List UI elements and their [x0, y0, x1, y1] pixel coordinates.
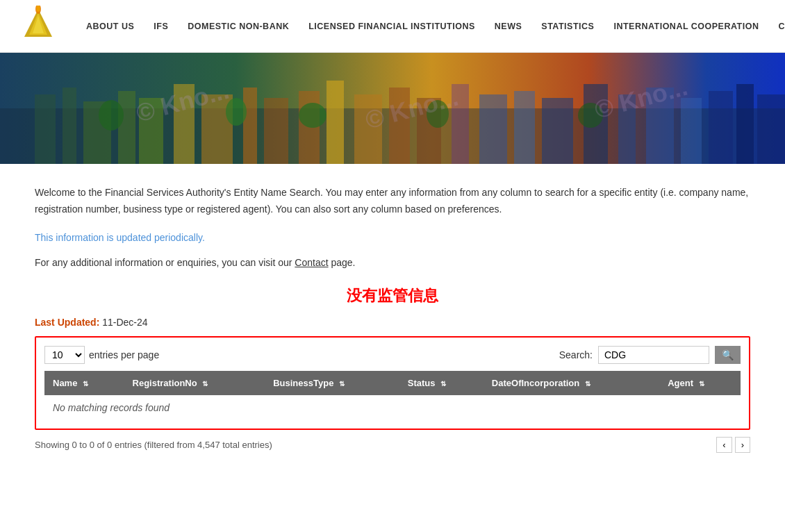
nav-contact-us[interactable]: CONTACT US: [768, 22, 785, 31]
search-label: Search:: [559, 349, 593, 360]
table-controls: 10 25 50 100 entries per page Search: 🔍: [44, 346, 741, 364]
update-notice: This information is updated periodically…: [35, 232, 750, 243]
nav-domestic-non-bank[interactable]: DOMESTIC NON-BANK: [178, 22, 299, 31]
last-updated-value: 11-Dec-24: [102, 317, 147, 328]
prev-page-button[interactable]: ‹: [716, 437, 732, 453]
svg-rect-28: [681, 98, 702, 164]
no-records-row: No matching records found: [44, 395, 741, 420]
contact-paragraph: For any additional information or enquir…: [35, 257, 750, 268]
contact-link[interactable]: Contact: [295, 257, 328, 268]
header: ABOUT US IFS DOMESTIC NON-BANK LICENSED …: [0, 0, 785, 53]
search-control: Search: 🔍: [559, 346, 741, 364]
nav-news[interactable]: NEWS: [485, 22, 532, 31]
pagination: ‹ ›: [716, 437, 750, 453]
col-biztype-label: BusinessType: [273, 378, 333, 388]
col-agent-label: Agent: [668, 378, 693, 388]
sort-arrows-biztype: ⇅: [339, 380, 345, 388]
sort-arrows-regnum: ⇅: [202, 380, 208, 388]
svg-rect-17: [327, 81, 344, 164]
logo[interactable]: [14, 6, 63, 47]
svg-rect-29: [709, 91, 733, 164]
search-button[interactable]: 🔍: [715, 346, 741, 364]
svg-rect-16: [299, 91, 320, 164]
col-regnum-label: RegistrationNo: [133, 378, 197, 388]
col-agent[interactable]: Agent ⇅: [659, 371, 741, 395]
svg-rect-30: [736, 84, 754, 164]
sort-arrows-name: ⇅: [83, 380, 88, 388]
svg-rect-31: [757, 94, 785, 164]
contact-text-after: page.: [329, 257, 356, 268]
svg-rect-8: [63, 88, 76, 164]
table-section: 10 25 50 100 entries per page Search: 🔍 …: [35, 336, 750, 430]
svg-rect-14: [243, 88, 257, 164]
no-info-notice: 没有监管信息: [35, 285, 750, 306]
main-nav: ABOUT US IFS DOMESTIC NON-BANK LICENSED …: [76, 22, 785, 31]
svg-rect-23: [514, 91, 535, 164]
nav-statistics[interactable]: STATISTICS: [531, 22, 604, 31]
sort-arrows-date: ⇅: [585, 380, 590, 388]
table-footer: Showing 0 to 0 of 0 entries (filtered fr…: [35, 437, 750, 453]
no-records-cell: No matching records found: [44, 395, 741, 420]
svg-rect-15: [264, 98, 288, 164]
col-biztype[interactable]: BusinessType ⇅: [265, 371, 399, 395]
svg-point-32: [99, 100, 124, 131]
nav-international[interactable]: INTERNATIONAL COOPERATION: [604, 22, 768, 31]
last-updated-label: Last Updated:: [35, 317, 99, 328]
col-status-label: Status: [408, 378, 436, 388]
search-input[interactable]: [598, 346, 709, 364]
entity-table: Name ⇅ RegistrationNo ⇅ BusinessType ⇅ S…: [44, 371, 741, 420]
col-regnum[interactable]: RegistrationNo ⇅: [124, 371, 265, 395]
col-name[interactable]: Name ⇅: [44, 371, 124, 395]
hero-banner: © Kno... © Kno... © Kno...: [0, 53, 785, 164]
entries-per-page-select[interactable]: 10 25 50 100: [44, 346, 85, 364]
col-date[interactable]: DateOfIncorporation ⇅: [484, 371, 659, 395]
entries-label: entries per page: [89, 349, 159, 360]
svg-rect-22: [479, 94, 507, 164]
intro-paragraph: Welcome to the Financial Services Author…: [35, 185, 750, 218]
table-header-row: Name ⇅ RegistrationNo ⇅ BusinessType ⇅ S…: [44, 371, 741, 395]
svg-rect-24: [542, 98, 573, 164]
sort-arrows-agent: ⇅: [699, 380, 704, 388]
svg-rect-7: [35, 94, 56, 164]
col-date-label: DateOfIncorporation: [492, 378, 579, 388]
nav-about-us[interactable]: ABOUT US: [76, 22, 144, 31]
contact-text-before: For any additional information or enquir…: [35, 257, 295, 268]
nav-licensed-fi[interactable]: LICENSED FINANCIAL INSTITUTIONS: [299, 22, 485, 31]
col-status[interactable]: Status ⇅: [399, 371, 484, 395]
nav-ifs[interactable]: IFS: [144, 22, 178, 31]
sort-arrows-status: ⇅: [440, 380, 446, 388]
last-updated: Last Updated: 11-Dec-24: [35, 317, 750, 328]
svg-point-34: [299, 103, 327, 128]
col-name-label: Name: [53, 378, 77, 388]
showing-text: Showing 0 to 0 of 0 entries (filtered fr…: [35, 440, 272, 450]
entries-control: 10 25 50 100 entries per page: [44, 346, 159, 364]
next-page-button[interactable]: ›: [735, 437, 750, 453]
main-content: Welcome to the Financial Services Author…: [0, 164, 785, 467]
